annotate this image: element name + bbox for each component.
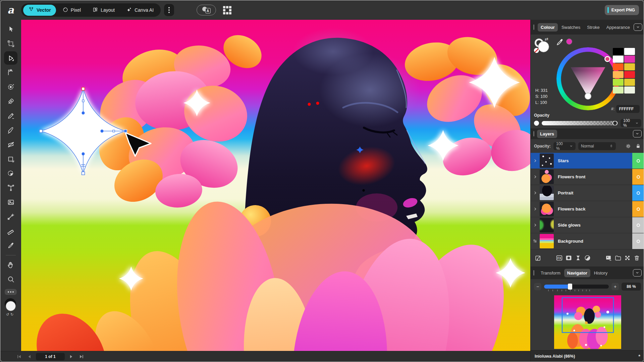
pixel-layer-icon[interactable] (605, 254, 612, 261)
tab-history[interactable]: History (591, 269, 610, 277)
next-page-button[interactable] (68, 353, 75, 360)
colour-swatch[interactable] (613, 56, 624, 63)
colour-panel-collapse-button[interactable] (634, 23, 642, 31)
layer-visibility-toggle[interactable] (632, 153, 644, 169)
layer-name[interactable]: Background (554, 233, 632, 249)
zoom-slider-handle[interactable] (568, 284, 572, 290)
colour-swatch[interactable] (624, 63, 635, 70)
layer-expand-icon[interactable] (531, 153, 540, 169)
first-page-button[interactable] (16, 353, 22, 360)
saturation-selector-knob[interactable] (585, 93, 591, 100)
fill-stroke-selector[interactable]: ⇄ (535, 37, 553, 55)
panel-drag-handle[interactable] (533, 270, 534, 276)
layer-expand-icon[interactable] (531, 169, 540, 185)
panel-drag-handle[interactable] (533, 24, 534, 30)
rectangle-tool[interactable] (4, 152, 17, 166)
persona-vector[interactable]: Vector (23, 5, 56, 16)
place-image-tool[interactable] (4, 195, 17, 209)
layer-row[interactable]: Flowers front (531, 169, 644, 185)
new-layer-icon[interactable] (624, 254, 631, 261)
layer-pattern-icon[interactable] (531, 233, 540, 249)
move-tool[interactable] (4, 22, 17, 36)
layers-panel-collapse-button[interactable] (633, 130, 642, 137)
colour-swatch[interactable] (613, 71, 624, 78)
layer-row[interactable]: Flowers back (531, 201, 644, 217)
colour-swatch[interactable] (624, 86, 635, 94)
toolbar-overflow-button[interactable] (164, 4, 174, 16)
layer-lock-icon[interactable] (635, 143, 641, 149)
point-transform-tool[interactable] (4, 80, 17, 94)
layer-name[interactable]: Side glows (554, 217, 632, 233)
colour-swatch[interactable] (624, 79, 635, 86)
artboard-tool[interactable] (4, 37, 17, 50)
colour-swatch[interactable] (624, 71, 635, 78)
affinity-logo[interactable]: a (3, 5, 18, 15)
node-tool[interactable] (4, 51, 17, 65)
layer-thumbnail[interactable] (540, 186, 554, 200)
layer-name[interactable]: Flowers front (554, 169, 632, 185)
layer-row[interactable]: Background (531, 233, 644, 249)
layer-name[interactable]: Portrait (554, 185, 632, 201)
mask-layer-icon[interactable] (565, 254, 572, 261)
shape-builder-tool[interactable] (4, 167, 17, 180)
style-picker-button[interactable]: A (197, 5, 216, 15)
view-tool[interactable] (4, 258, 17, 272)
delete-layer-icon[interactable] (633, 254, 640, 261)
colour-swatch[interactable] (624, 56, 635, 63)
swap-fill-stroke-icon[interactable]: ⇄ (545, 37, 548, 42)
tab-appearance[interactable]: Appearance (603, 23, 633, 32)
opacity-slider[interactable] (542, 121, 618, 125)
star-top-node[interactable] (82, 87, 85, 90)
page-indicator[interactable]: 1 of 1 (36, 353, 65, 360)
tab-transform[interactable]: Transform (538, 269, 564, 277)
colour-swatch[interactable] (613, 63, 624, 70)
navigator-preview[interactable] (531, 294, 644, 350)
colour-swatch[interactable] (613, 86, 624, 94)
measure-tool[interactable] (4, 224, 17, 238)
layer-visibility-toggle[interactable] (632, 217, 644, 233)
hex-input[interactable]: FFFFFF (616, 105, 640, 113)
export-png-button[interactable]: Export PNG (605, 5, 639, 15)
star-right-node[interactable] (124, 130, 127, 133)
tab-navigator[interactable]: Navigator (564, 269, 590, 277)
layer-thumbnail[interactable] (540, 154, 554, 168)
more-tools-button[interactable] (5, 289, 17, 295)
zoom-in-button[interactable]: + (611, 283, 619, 290)
persona-pixel[interactable]: Pixel (57, 5, 86, 16)
studio-grid-icon[interactable] (221, 5, 233, 15)
text-tool[interactable] (4, 181, 17, 194)
transform-point-tool[interactable] (4, 210, 17, 223)
layer-expand-icon[interactable] (531, 185, 540, 201)
layer-row[interactable]: Side glows (531, 217, 644, 233)
layer-opacity-dropdown[interactable]: 100 % (553, 142, 576, 150)
zoom-out-button[interactable]: − (534, 283, 541, 290)
layer-visibility-toggle[interactable] (632, 185, 644, 201)
document-canvas[interactable] (21, 20, 530, 352)
tab-swatches[interactable]: Swatches (558, 23, 583, 32)
layer-settings-gear-icon[interactable] (625, 143, 631, 149)
persona-layout[interactable]: Layout (87, 5, 120, 16)
layer-name[interactable]: Stars (554, 153, 632, 169)
colour-swatch[interactable] (624, 48, 635, 55)
layer-visibility-toggle[interactable] (632, 169, 644, 185)
layer-visibility-toggle[interactable] (632, 201, 644, 217)
live-filter-icon[interactable] (575, 254, 582, 261)
previous-page-button[interactable] (26, 353, 33, 360)
fill-swatch-icon[interactable] (538, 41, 549, 52)
fill-tool[interactable] (4, 138, 17, 151)
opacity-slider-handle[interactable] (612, 121, 618, 125)
layer-row[interactable]: Portrait (531, 185, 644, 201)
layer-thumbnail[interactable] (540, 170, 554, 184)
opacity-value-dropdown[interactable]: 100 % (621, 119, 641, 127)
zoom-value-field[interactable]: 86 % (622, 283, 641, 291)
layer-expand-icon[interactable] (531, 217, 540, 233)
pencil-tool[interactable] (4, 109, 17, 122)
pen-tool[interactable] (4, 95, 17, 108)
group-icon[interactable] (614, 254, 622, 261)
hue-selector-knob[interactable] (604, 56, 610, 62)
tab-colour[interactable]: Colour (538, 23, 558, 32)
last-page-button[interactable] (78, 353, 85, 360)
toolbar-fill-stroke-indicator[interactable]: ↺↻ (3, 298, 18, 317)
layer-visibility-toggle[interactable] (632, 233, 644, 249)
layer-expand-icon[interactable] (531, 201, 540, 217)
